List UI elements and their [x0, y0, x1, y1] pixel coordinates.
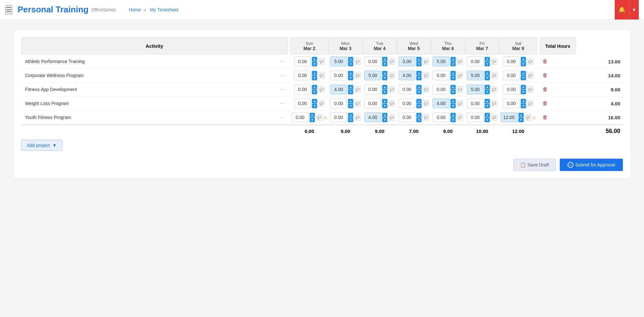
submit-button[interactable]: ✓ Submit for Approval: [560, 159, 623, 171]
spin-down-button[interactable]: ▼: [382, 76, 387, 80]
comment-button[interactable]: 💬: [423, 86, 429, 93]
hour-input[interactable]: [467, 99, 484, 108]
comment-button[interactable]: 💬: [388, 86, 395, 93]
comment-button[interactable]: 💬: [491, 114, 497, 121]
comment-button[interactable]: 💬: [491, 100, 497, 107]
spin-down-button[interactable]: ▼: [521, 90, 526, 94]
comment-button[interactable]: 💬: [316, 114, 322, 121]
spin-down-button[interactable]: ▼: [312, 104, 317, 108]
comment-button[interactable]: 💬: [354, 114, 361, 121]
spin-down-button[interactable]: ▼: [348, 104, 353, 108]
menu-button[interactable]: ☰: [5, 5, 12, 14]
hour-input[interactable]: [503, 57, 520, 66]
spin-down-button[interactable]: ▼: [416, 62, 422, 66]
spin-down-button[interactable]: ▼: [348, 76, 353, 80]
spin-up-button[interactable]: ▲: [416, 113, 422, 117]
spin-down-button[interactable]: ▼: [485, 62, 490, 66]
comment-button[interactable]: 💬: [423, 72, 429, 79]
comment-button[interactable]: 💬: [527, 100, 533, 107]
spin-up-button[interactable]: ▲: [312, 57, 317, 61]
spin-down-button[interactable]: ▼: [348, 118, 353, 122]
hour-input[interactable]: [292, 112, 309, 122]
hour-input[interactable]: [364, 71, 381, 80]
spin-down-button[interactable]: ▼: [485, 104, 490, 108]
spin-up-button[interactable]: ▲: [450, 99, 456, 103]
row-actions-button[interactable]: ···: [278, 69, 288, 83]
hour-input[interactable]: [398, 99, 415, 108]
spin-down-button[interactable]: ▼: [382, 118, 387, 122]
spin-up-button[interactable]: ▲: [348, 99, 353, 103]
comment-button[interactable]: 💬: [388, 72, 395, 79]
add-project-button[interactable]: Add project ▼: [21, 140, 62, 151]
spin-down-button[interactable]: ▼: [382, 104, 387, 108]
hour-input[interactable]: [330, 99, 347, 108]
hour-input[interactable]: [503, 71, 520, 80]
hour-input[interactable]: [330, 85, 347, 94]
comment-button[interactable]: 💬: [527, 72, 533, 79]
spin-down-button[interactable]: ▼: [416, 104, 422, 108]
spin-up-button[interactable]: ▲: [450, 71, 456, 75]
comment-button[interactable]: 💬: [388, 114, 395, 121]
spin-up-button[interactable]: ▲: [382, 85, 387, 89]
spin-up-button[interactable]: ▲: [485, 85, 490, 89]
hour-input[interactable]: [294, 99, 311, 108]
comment-button[interactable]: 💬: [354, 72, 361, 79]
spin-down-button[interactable]: ▼: [312, 76, 317, 80]
spin-up-button[interactable]: ▲: [348, 57, 353, 61]
comment-button[interactable]: 💬: [423, 114, 429, 121]
hour-input[interactable]: [503, 99, 520, 108]
comment-button[interactable]: 💬: [491, 86, 497, 93]
save-draft-button[interactable]: 📋 Save Draft: [513, 159, 556, 171]
hour-input[interactable]: [503, 85, 520, 94]
spin-up-button[interactable]: ▲: [416, 57, 422, 61]
comment-button[interactable]: 💬: [457, 86, 463, 93]
comment-button[interactable]: 💬: [354, 86, 361, 93]
spin-up-button[interactable]: ▲: [416, 99, 422, 103]
spin-up-button[interactable]: ▲: [485, 113, 490, 117]
spin-down-button[interactable]: ▼: [518, 118, 524, 122]
spin-down-button[interactable]: ▼: [416, 76, 422, 80]
spin-down-button[interactable]: ▼: [485, 76, 490, 80]
comment-button[interactable]: 💬: [457, 100, 463, 107]
spin-up-button[interactable]: ▲: [382, 71, 387, 75]
spin-up-button[interactable]: ▲: [348, 113, 353, 117]
notification-button[interactable]: 🔔: [615, 0, 629, 20]
comment-button[interactable]: 💬: [318, 72, 325, 79]
row-actions-button[interactable]: ···: [278, 55, 288, 69]
comment-button[interactable]: 💬: [491, 58, 497, 65]
comment-button[interactable]: 💬: [525, 114, 531, 121]
hour-input[interactable]: [294, 57, 311, 66]
hour-input[interactable]: [364, 112, 381, 122]
comment-button[interactable]: 💬: [354, 100, 361, 107]
comment-button[interactable]: 💬: [527, 86, 533, 93]
hour-input[interactable]: [467, 112, 484, 122]
spin-up-button[interactable]: ▲: [521, 71, 526, 75]
spin-down-button[interactable]: ▼: [312, 62, 317, 66]
comment-button[interactable]: 💬: [457, 72, 463, 79]
hour-input[interactable]: [364, 57, 381, 66]
spin-up-button[interactable]: ▲: [348, 85, 353, 89]
spin-up-button[interactable]: ▲: [382, 57, 387, 61]
spin-up-button[interactable]: ▲: [348, 71, 353, 75]
spin-down-button[interactable]: ▼: [450, 76, 456, 80]
spin-down-button[interactable]: ▼: [416, 90, 422, 94]
spin-down-button[interactable]: ▼: [348, 62, 353, 66]
spin-up-button[interactable]: ▲: [485, 99, 490, 103]
comment-button[interactable]: 💬: [354, 58, 361, 65]
hour-input[interactable]: [364, 85, 381, 94]
hour-input[interactable]: [330, 112, 347, 122]
spin-down-button[interactable]: ▼: [485, 90, 490, 94]
hour-input[interactable]: [330, 71, 347, 80]
hour-input[interactable]: [433, 85, 449, 94]
spin-up-button[interactable]: ▲: [416, 85, 422, 89]
spin-up-button[interactable]: ▲: [485, 57, 490, 61]
spin-down-button[interactable]: ▼: [312, 90, 317, 94]
delete-row-button[interactable]: 🗑: [541, 114, 549, 120]
spin-down-button[interactable]: ▼: [521, 76, 526, 80]
spin-down-button[interactable]: ▼: [450, 90, 456, 94]
spin-down-button[interactable]: ▼: [416, 118, 422, 122]
comment-button[interactable]: 💬: [318, 100, 325, 107]
comment-button[interactable]: 💬: [318, 58, 325, 65]
hour-input[interactable]: [330, 57, 347, 66]
comment-button[interactable]: 💬: [388, 58, 395, 65]
